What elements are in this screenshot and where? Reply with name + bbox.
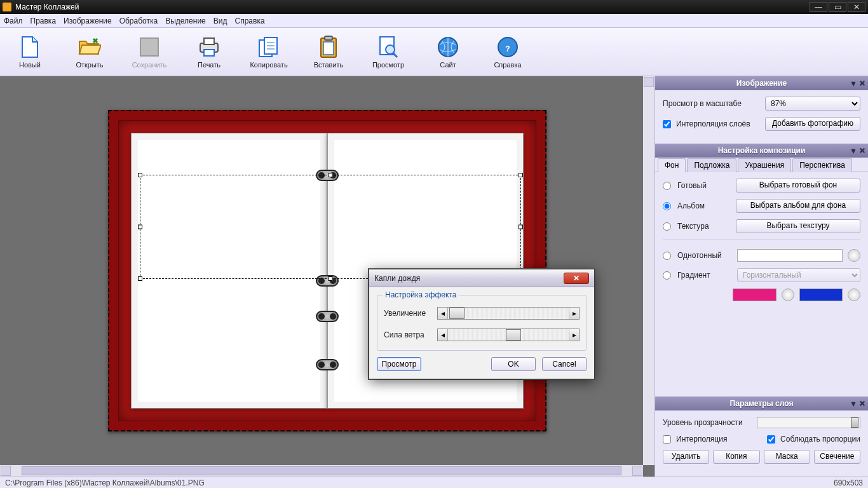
choose-album-bg-button[interactable]: Выбрать альбом для фона — [736, 199, 860, 213]
svg-rect-0 — [140, 38, 158, 56]
wind-param-slider[interactable]: ◂ ▸ — [437, 329, 580, 341]
menu-selection[interactable]: Выделение — [165, 17, 206, 25]
dialog-titlebar[interactable]: Капли дождя ✕ — [369, 269, 594, 287]
arrow-left-icon[interactable]: ◂ — [438, 329, 448, 341]
menu-process[interactable]: Обработка — [119, 17, 158, 25]
color-picker-icon[interactable] — [782, 288, 794, 301]
layer-interpolation-checkbox[interactable] — [663, 435, 671, 444]
chevron-down-icon[interactable]: ▾ — [851, 79, 855, 88]
color-picker-icon[interactable] — [848, 249, 860, 262]
tab-underlay[interactable]: Подложка — [687, 158, 736, 172]
choose-ready-bg-button[interactable]: Выбрать готовый фон — [736, 179, 860, 193]
choose-texture-button[interactable]: Выбрать текстуру — [736, 219, 860, 233]
svg-point-10 — [386, 45, 395, 54]
chevron-down-icon[interactable]: ▾ — [851, 146, 855, 155]
right-panel-area: Изображение ▾✕ Просмотр в масштабе 87% И… — [654, 76, 868, 477]
minimize-button[interactable]: — — [810, 2, 827, 12]
binder-ring-icon — [316, 311, 339, 322]
radio-solid[interactable] — [663, 252, 671, 260]
scroll-right-icon[interactable] — [632, 466, 642, 476]
dialog-close-button[interactable]: ✕ — [564, 273, 589, 284]
print-button[interactable]: Печать — [191, 36, 227, 69]
panel-composition-header: Настройка композиции ▾✕ — [655, 144, 868, 158]
dialog-ok-button[interactable]: OK — [491, 357, 536, 371]
dialog-preview-button[interactable]: Просмотр — [377, 357, 421, 371]
help-button[interactable]: ? Справка — [489, 36, 526, 69]
svg-text:?: ? — [505, 44, 510, 53]
printer-icon — [198, 36, 220, 58]
radio-ready[interactable] — [663, 182, 671, 190]
effect-dialog: Капли дождя ✕ Настройка эффекта Увеличен… — [369, 269, 595, 379]
zoom-label: Просмотр в масштабе — [663, 99, 742, 108]
tab-background[interactable]: Фон — [658, 158, 686, 172]
radio-gradient[interactable] — [663, 271, 671, 280]
page-left[interactable] — [131, 133, 327, 409]
gradient-color-1[interactable] — [733, 288, 776, 301]
binder-ring-icon — [316, 170, 339, 181]
preview-button[interactable]: Просмотр — [370, 36, 407, 69]
mask-button[interactable]: Маска — [764, 450, 810, 464]
save-button: Сохранить — [131, 36, 168, 69]
panel-image-header: Изображение ▾✕ — [655, 76, 868, 90]
site-button[interactable]: Сайт — [430, 36, 466, 69]
panel-close-icon[interactable]: ✕ — [859, 79, 865, 88]
gradient-type-select[interactable]: Горизонтальный — [737, 268, 860, 282]
help-icon: ? — [496, 36, 519, 58]
open-button[interactable]: Открыть — [71, 36, 108, 69]
zoom-param-slider[interactable]: ◂ ▸ — [437, 307, 580, 320]
glow-button[interactable]: Свечение — [814, 450, 860, 464]
new-button[interactable]: Новый — [11, 36, 48, 69]
color-picker-icon[interactable] — [848, 288, 860, 301]
wind-param-label: Сила ветра — [384, 330, 432, 339]
radio-texture[interactable] — [663, 222, 671, 231]
main-toolbar: Новый Открыть Сохранить Печать Копироват… — [0, 28, 868, 76]
binder-ring-icon — [316, 275, 339, 287]
tab-decorations[interactable]: Украшения — [738, 158, 791, 172]
keep-aspect-checkbox[interactable] — [767, 435, 775, 444]
chevron-down-icon[interactable]: ▾ — [851, 399, 855, 408]
slider-thumb[interactable] — [449, 308, 465, 319]
menu-file[interactable]: Файл — [4, 17, 23, 25]
add-photo-button[interactable]: Добавить фотографию — [765, 117, 860, 131]
radio-album[interactable] — [663, 202, 671, 210]
solid-color-field[interactable] — [737, 249, 843, 262]
globe-icon — [437, 36, 459, 58]
status-path: C:\Program Files (x86)\Мастер Коллажей\A… — [5, 478, 205, 487]
panel-close-icon[interactable]: ✕ — [859, 399, 865, 408]
scroll-left-icon[interactable] — [1, 466, 11, 476]
horizontal-scrollbar[interactable] — [0, 465, 643, 477]
interpolation-layers-checkbox[interactable] — [663, 120, 671, 128]
panel-close-icon[interactable]: ✕ — [859, 146, 865, 155]
delete-button[interactable]: Удалить — [663, 450, 709, 464]
maximize-button[interactable]: ▭ — [829, 2, 846, 12]
binder-ring-icon — [316, 359, 339, 370]
menu-bar: Файл Правка Изображение Обработка Выделе… — [0, 14, 868, 28]
scrollbar-thumb[interactable] — [22, 466, 621, 475]
arrow-right-icon[interactable]: ▸ — [569, 329, 579, 341]
menu-image[interactable]: Изображение — [64, 17, 112, 25]
slider-thumb[interactable] — [506, 329, 521, 341]
scroll-up-icon[interactable] — [644, 77, 654, 87]
dialog-cancel-button[interactable]: Cancel — [542, 357, 587, 371]
paste-button[interactable]: Вставить — [310, 36, 347, 69]
menu-view[interactable]: Вид — [214, 17, 227, 25]
opacity-slider[interactable] — [757, 417, 860, 428]
close-button[interactable]: ✕ — [848, 2, 865, 12]
panel-layer-header: Параметры слоя ▾✕ — [655, 396, 868, 410]
menu-help[interactable]: Справка — [235, 17, 265, 25]
copy-button[interactable]: Копировать — [250, 36, 287, 69]
zoom-select[interactable]: 87% — [765, 97, 860, 111]
tab-perspective[interactable]: Перспектива — [792, 158, 852, 172]
opacity-label: Уровень прозрачности — [663, 418, 752, 427]
arrow-right-icon[interactable]: ▸ — [569, 308, 579, 319]
arrow-left-icon[interactable]: ◂ — [438, 308, 448, 319]
window-titlebar: Мастер Коллажей — ▭ ✕ — [0, 0, 868, 14]
copy-layer-button[interactable]: Копия — [713, 450, 759, 464]
group-title: Настройка эффекта — [383, 290, 459, 299]
gradient-color-2[interactable] — [799, 288, 843, 301]
vertical-scrollbar[interactable] — [643, 76, 654, 465]
app-logo-icon — [3, 3, 11, 11]
status-size: 690x503 — [834, 478, 863, 487]
menu-edit[interactable]: Правка — [31, 17, 57, 25]
panel-layer: Параметры слоя ▾✕ Уровень прозрачности И… — [655, 396, 868, 477]
